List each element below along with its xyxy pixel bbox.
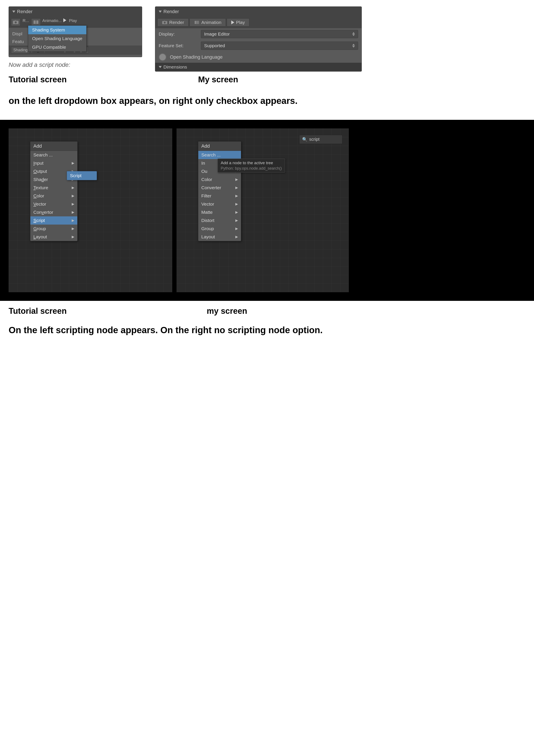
dimensions-collapse-icon (159, 66, 162, 68)
checkbox-row: Open Shading Language (155, 51, 362, 63)
shading-dropdown-menu: Shading System Open Shading Language GPU… (28, 25, 87, 52)
dropdown-item-gpu-compatible[interactable]: GPU Compatible (28, 43, 86, 51)
dimensions-header: Dimensions (155, 63, 362, 71)
top-caption-row: Tutorial screen My screen (0, 71, 534, 84)
feature-field-label: Feature Set: (159, 43, 197, 48)
feature-label-left: Featu (12, 39, 30, 44)
display-field-arrows (352, 32, 355, 36)
svg-rect-16 (195, 23, 196, 24)
right-vector-arrow-icon: ▶ (235, 202, 238, 206)
display-field-value[interactable]: Image Editor (201, 30, 358, 38)
right-menu-matte[interactable]: Matte ▶ (198, 208, 241, 216)
right-menu-vector[interactable]: Vector ▶ (198, 200, 241, 208)
tooltip-line2: Python: bpy.ops.node.add_search() (221, 166, 282, 171)
right-menu-distort[interactable]: Distort ▶ (198, 216, 241, 225)
my-render-panel: Render Render (155, 7, 362, 71)
left-script-submenu: Script (67, 171, 97, 180)
play-tab[interactable]: Play (227, 18, 249, 27)
play-icon (63, 18, 66, 22)
dropdown-item-shading-system[interactable]: Shading System (28, 26, 86, 34)
render-tab[interactable]: Render (157, 18, 189, 27)
script-search-area: 🔍 script (299, 135, 343, 144)
bottom-description: On the left scripting node appears. On t… (0, 316, 534, 349)
left-menu-header: Add (30, 142, 77, 151)
feature-field-arrows (352, 44, 355, 48)
svg-rect-4 (34, 21, 35, 21)
left-menu-group[interactable]: Group ▶ (30, 225, 77, 233)
right-menu-group[interactable]: Group ▶ (198, 225, 241, 233)
animation-label-left: Animatio... (41, 18, 63, 26)
open-shading-label: Open Shading Language (170, 54, 223, 60)
arr-up-icon (352, 32, 355, 34)
render-label-left: R... (21, 18, 30, 26)
right-panel-title: Render (164, 9, 179, 14)
left-menu-convertor[interactable]: Convertor ▶ (30, 208, 77, 216)
bottom-caption-row: Tutorial screen my screen (0, 301, 534, 316)
right-menu-color[interactable]: Color ▶ (198, 176, 241, 184)
right-matte-arrow-icon: ▶ (235, 210, 238, 214)
right-converter-arrow-icon: ▶ (235, 186, 238, 190)
right-color-arrow-icon: ▶ (235, 177, 238, 181)
right-menu-filter[interactable]: Filter ▶ (198, 192, 241, 200)
svg-rect-5 (34, 22, 35, 22)
group-arrow-icon: ▶ (72, 227, 74, 230)
bottom-my-screen-caption: my screen (172, 305, 344, 316)
left-menu-search[interactable]: Search ... (30, 151, 77, 159)
animation-tab[interactable]: Animation (190, 18, 226, 27)
right-node-panel: Add Search ... In ▶ Ou ▶ Color (177, 128, 349, 292)
display-label-left: Displ (12, 31, 30, 37)
dropdown-item-open-shading[interactable]: Open Shading Language (28, 34, 86, 43)
script-arrow-icon: ▶ (72, 218, 74, 222)
right-add-menu: Add Search ... In ▶ Ou ▶ Color (198, 141, 241, 241)
left-menu-texture[interactable]: Texture ▶ (30, 184, 77, 192)
feature-arr-dn-icon (352, 46, 355, 48)
svg-rect-6 (34, 23, 35, 23)
script-search-text: script (309, 137, 319, 142)
tutorial-screen-caption: Tutorial screen (9, 74, 142, 84)
right-menu-converter[interactable]: Converter ▶ (198, 184, 241, 192)
script-submenu-item[interactable]: Script (67, 171, 97, 180)
render-film-icon[interactable] (31, 18, 41, 26)
search-tooltip: Add a node to the active tree Python: bp… (217, 159, 285, 173)
display-field-label: Display: (159, 32, 197, 37)
dimensions-title: Dimensions (164, 65, 187, 69)
top-description: on the left dropdown box appears, on rig… (0, 84, 534, 120)
svg-point-11 (164, 21, 165, 23)
render-camera-icon[interactable] (11, 18, 20, 26)
search-icon: 🔍 (302, 137, 308, 142)
right-tabs-bar: Render Animation Play (155, 16, 362, 28)
feature-field-value[interactable]: Supported (201, 41, 358, 50)
svg-rect-15 (195, 22, 196, 23)
left-menu-script[interactable]: Script ▶ (30, 216, 77, 225)
play-tab-icon (231, 20, 234, 24)
right-group-arrow-icon: ▶ (235, 227, 238, 230)
left-menu-layout[interactable]: Layout ▶ (30, 233, 77, 241)
right-menu-search[interactable]: Search ... (198, 151, 241, 159)
left-panel-header: Render (9, 7, 142, 16)
left-menu-color[interactable]: Color ▶ (30, 192, 77, 200)
left-menu-vector[interactable]: Vector ▶ (30, 200, 77, 208)
convertor-arrow-icon: ▶ (72, 210, 74, 214)
right-menu-layout[interactable]: Layout ▶ (198, 233, 241, 241)
open-shading-checkbox[interactable] (159, 53, 166, 61)
top-section: Render R... (0, 0, 534, 71)
right-panel-wrap: Render Render (155, 7, 362, 71)
tutorial-note: Now add a script node: (9, 57, 142, 68)
feature-field-row: Feature Set: Supported (155, 40, 362, 51)
left-add-menu: Add Search ... Input ▶ Output ▶ (30, 141, 78, 241)
arr-dn-icon (352, 34, 355, 36)
bottom-tutorial-caption: Tutorial screen (9, 305, 172, 316)
left-node-panel: Add Search ... Input ▶ Output ▶ (9, 128, 172, 292)
collapse-icon (12, 11, 15, 13)
script-search-box[interactable]: 🔍 script (299, 135, 343, 144)
input-arrow-icon: ▶ (72, 161, 74, 165)
svg-rect-2 (15, 20, 16, 21)
right-panel-header: Render (155, 7, 362, 16)
right-collapse-icon (159, 11, 162, 13)
left-menu-input[interactable]: Input ▶ (30, 159, 77, 167)
bottom-section: Add Search ... Input ▶ Output ▶ (0, 120, 534, 301)
layout-arrow-icon: ▶ (72, 235, 74, 239)
svg-point-1 (15, 21, 17, 23)
play-label-left: Play (67, 18, 79, 26)
svg-rect-12 (164, 21, 165, 21)
